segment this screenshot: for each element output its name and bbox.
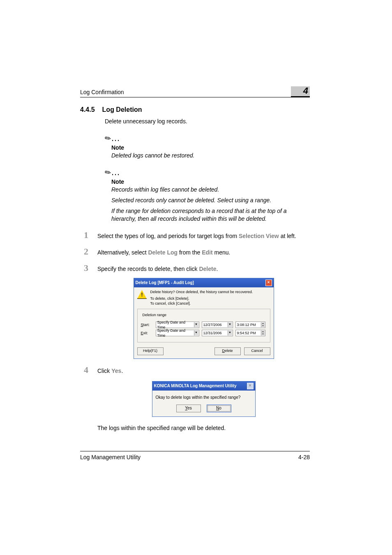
footer-page-number: 4-28 [298, 454, 310, 460]
step-number: 3 [80, 263, 88, 273]
start-date-select[interactable]: 12/27/2006▼ [202, 321, 233, 328]
section-number: 4.4.5 [80, 106, 95, 113]
step-number: 4 [80, 365, 88, 375]
start-label: Start: [141, 322, 153, 328]
note-icon: ✎… [105, 133, 310, 143]
chevron-down-icon: ▼ [194, 331, 198, 335]
yes-button[interactable]: Yes [176, 405, 201, 412]
close-icon[interactable]: × [265, 280, 272, 286]
note2-p1: Records within log files cannot be delet… [111, 186, 310, 194]
cancel-button[interactable]: Cancel [244, 347, 270, 355]
start-time-spinner[interactable]: 3:08:12 PM▲▼ [235, 321, 265, 328]
no-button[interactable]: No [207, 405, 231, 412]
step-number: 2 [80, 246, 88, 257]
exit-mode-select[interactable]: Specify Date and Time▼ [156, 330, 199, 336]
confirm-message: Okay to delete logs within the specified… [152, 391, 255, 402]
intro-text: Delete unnecessary log records. [105, 118, 310, 125]
note2-label: Note [111, 178, 310, 185]
spin-down-icon: ▼ [261, 333, 265, 335]
step-number: 1 [80, 230, 88, 240]
note2-p3: If the range for deletion corresponds to… [111, 207, 310, 223]
note-icon: ✎… [105, 167, 310, 178]
section-title: Log Deletion [102, 106, 142, 113]
start-mode-select[interactable]: Specify Date and Time▼ [156, 321, 199, 328]
spin-down-icon: ▼ [261, 325, 265, 327]
help-button[interactable]: Help(F1) [137, 347, 164, 355]
footer-left: Log Management Utility [80, 454, 141, 460]
running-header-title: Log Confirmation [80, 89, 124, 97]
note2-p2: Selected records only cannot be deleted.… [111, 197, 310, 205]
closing-text: The logs within the specified range will… [97, 424, 310, 432]
step4-text: Click Yes. [97, 368, 123, 374]
chevron-down-icon: ▼ [228, 322, 232, 327]
step1-text: Select the types of log, and periods for… [97, 232, 310, 240]
note1-label: Note [111, 144, 310, 151]
confirm-dialog: KONICA MINOLTA Log Management Utility × … [152, 381, 256, 417]
delete-log-dialog: Delete Log [MFP1 - Audit Log] × Delete h… [134, 278, 274, 359]
note1-text: Deleted logs cannot be restored. [111, 152, 310, 160]
exit-time-spinner[interactable]: 9:54:52 PM▲▼ [235, 330, 265, 336]
chevron-down-icon: ▼ [228, 331, 232, 335]
chapter-number-badge: 4 [291, 86, 310, 97]
close-icon[interactable]: × [247, 383, 254, 389]
delete-button[interactable]: Delete [214, 347, 241, 355]
exit-label: Exit: [141, 331, 153, 336]
step3-text: Specify the records to delete, then clic… [97, 266, 218, 272]
warning-icon [137, 290, 147, 299]
step2-text: Alternatively, select Delete Log from th… [97, 249, 310, 257]
exit-date-select[interactable]: 12/31/2006▼ [202, 330, 233, 336]
dialog-title: KONICA MINOLTA Log Management Utility [154, 383, 237, 389]
dialog-message: Delete history? Once deleted, the histor… [150, 290, 253, 306]
chevron-down-icon: ▼ [194, 322, 198, 327]
fieldset-legend: Deletion range [142, 312, 168, 318]
dialog-title: Delete Log [MFP1 - Audit Log] [136, 280, 194, 286]
